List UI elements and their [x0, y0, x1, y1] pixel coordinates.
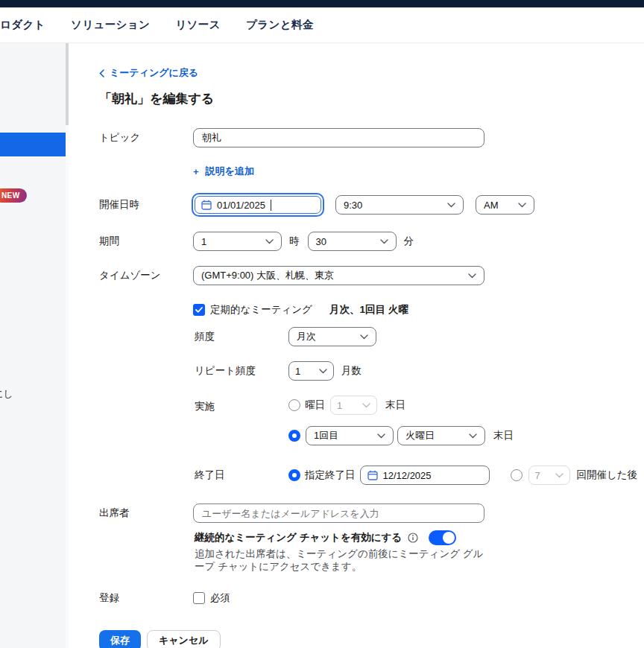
occurs-on-options: 曜日 1 末日 1回目 火曜日	[288, 395, 514, 446]
occurs-day-select[interactable]: 1	[330, 396, 377, 415]
recurrence-summary: 月次、1回目 火曜	[329, 303, 408, 317]
registration-option-label: 必須	[210, 591, 230, 605]
topic-label: トピック	[99, 131, 193, 144]
start-time-select[interactable]: 9:30	[335, 195, 464, 215]
timezone-row: タイムゾーン (GMT+9:00) 大阪、札幌、東京	[99, 265, 644, 286]
attendees-input[interactable]	[193, 504, 484, 523]
registration-checkbox[interactable]	[193, 592, 205, 604]
persistent-chat-row: 継続的なミーティング チャットを有効にする	[195, 530, 644, 545]
nav-item-resources[interactable]: リソース	[175, 18, 221, 32]
occurs-on-label: 実施	[195, 400, 288, 413]
end-date-row: 終了日 指定終了日 12/12/2025 7 回開催した後	[195, 465, 644, 486]
add-description-row: + 説明を追加	[99, 166, 644, 177]
chevron-down-icon	[360, 334, 368, 340]
frequency-value: 月次	[297, 330, 316, 343]
page-title: 「朝礼」を編集する	[99, 90, 644, 107]
actions-row: 保存 キャンセル	[99, 630, 644, 648]
ordinal-value: 1回目	[314, 429, 338, 442]
zoom-meeting-edit-page: ロダクト ソリューション リソース プランと料金 NEW にし ミーティングに戻…	[0, 0, 644, 648]
recurring-label: 定期的なミーティング	[210, 303, 312, 317]
persistent-chat-help: 追加された出席者は、ミーティングの前後にミーティング グループ チャットにアクセ…	[195, 548, 493, 574]
nav-item-plans-pricing[interactable]: プランと料金	[246, 18, 314, 32]
duration-row: 期間 1 時 30 分	[99, 231, 644, 252]
attendees-label: 出席者	[99, 506, 193, 520]
occurs-by-weekday-option: 1回目 火曜日 末日	[288, 425, 514, 446]
add-description-link[interactable]: + 説明を追加	[193, 165, 254, 178]
end-after-suffix: 回開催した後	[577, 468, 638, 482]
end-after-count-value: 7	[535, 470, 540, 481]
start-date-input[interactable]: 01/01/2025	[192, 193, 324, 217]
duration-hours-select[interactable]: 1	[193, 232, 282, 251]
weekday-select[interactable]: 火曜日	[397, 426, 485, 445]
ordinal-select[interactable]: 1回目	[306, 426, 394, 445]
frequency-select[interactable]: 月次	[288, 327, 376, 346]
main-content: ミーティングに戻る 「朝礼」を編集する トピック + 説明を追加 開催日時 01…	[69, 43, 644, 648]
hours-unit-label: 時	[289, 235, 300, 248]
recurring-row: 定期的なミーティング 月次、1回目 火曜	[193, 303, 644, 317]
persistent-chat-toggle[interactable]	[429, 530, 456, 545]
occurs-by-weekday-radio[interactable]	[288, 430, 300, 442]
chevron-down-icon	[447, 203, 455, 208]
timezone-label: タイムゾーン	[99, 269, 193, 282]
toggle-knob	[443, 532, 455, 544]
end-after-radio[interactable]	[511, 469, 523, 481]
top-dark-bar	[0, 0, 644, 7]
minutes-unit-label: 分	[404, 235, 414, 248]
main-navigation: ロダクト ソリューション リソース プランと料金	[0, 7, 644, 43]
occurs-by-date-prefix: 曜日	[305, 398, 325, 412]
occurs-by-date-option: 曜日 1 末日	[288, 395, 514, 416]
occurs-by-date-suffix: 末日	[385, 398, 405, 412]
repeat-interval-label: リピート頻度	[195, 364, 288, 378]
text-caret	[271, 200, 271, 211]
occurs-by-weekday-suffix: 末日	[493, 429, 514, 442]
schedule-row: 開催日時 01/01/2025 9:30 AM	[99, 192, 644, 217]
chevron-down-icon	[265, 239, 274, 244]
meridiem-value: AM	[484, 200, 499, 211]
end-by-date-radio[interactable]	[288, 469, 300, 481]
duration-hours-value: 1	[201, 236, 206, 247]
end-date-value: 12/12/2025	[383, 470, 432, 481]
repeat-interval-row: リピート頻度 1 月数	[195, 360, 644, 381]
chevron-down-icon	[469, 433, 477, 439]
nav-item-products[interactable]: ロダクト	[0, 18, 45, 32]
save-button[interactable]: 保存	[99, 630, 141, 648]
attendees-row: 出席者	[99, 503, 644, 524]
repeat-interval-value: 1	[295, 366, 300, 377]
persistent-chat-block: 継続的なミーティング チャットを有効にする 追加された出席者は、ミーティングの前…	[195, 530, 644, 574]
duration-minutes-value: 30	[316, 236, 326, 247]
occurs-by-date-radio[interactable]	[288, 399, 300, 411]
timezone-select[interactable]: (GMT+9:00) 大阪、札幌、東京	[193, 266, 484, 285]
nav-item-solutions[interactable]: ソリューション	[71, 18, 150, 32]
info-icon[interactable]	[408, 533, 418, 543]
sidebar-selected-item[interactable]	[0, 133, 66, 156]
repeat-interval-select[interactable]: 1	[288, 361, 334, 381]
topic-row: トピック	[99, 127, 644, 148]
chevron-down-icon	[555, 473, 564, 478]
back-to-meetings-link[interactable]: ミーティングに戻る	[99, 68, 644, 78]
calendar-icon	[201, 200, 212, 210]
end-date-input[interactable]: 12/12/2025	[360, 466, 490, 485]
sidebar-item-label[interactable]: にし	[0, 387, 13, 401]
back-link-label: ミーティングに戻る	[110, 66, 198, 80]
repeat-interval-unit: 月数	[341, 364, 362, 378]
registration-label: 登録	[99, 591, 193, 605]
topic-input[interactable]	[193, 128, 484, 147]
plus-icon: +	[193, 166, 199, 177]
occurs-day-value: 1	[337, 400, 342, 411]
schedule-label: 開催日時	[99, 198, 193, 212]
cancel-button[interactable]: キャンセル	[147, 630, 221, 648]
weekday-value: 火曜日	[405, 429, 435, 442]
persistent-chat-label: 継続的なミーティング チャットを有効にする	[195, 531, 402, 544]
recurring-checkbox[interactable]	[193, 304, 205, 316]
start-date-value: 01/01/2025	[217, 200, 265, 211]
chevron-down-icon	[380, 239, 388, 244]
occurs-on-row: 実施 曜日 1 末日 1回目	[195, 395, 644, 446]
chevron-down-icon	[377, 433, 385, 439]
duration-minutes-select[interactable]: 30	[308, 232, 397, 251]
end-after-count-select[interactable]: 7	[528, 466, 570, 485]
meridiem-select[interactable]: AM	[476, 195, 534, 215]
calendar-icon	[367, 470, 378, 480]
chevron-down-icon	[468, 273, 476, 279]
end-date-label: 終了日	[195, 468, 288, 482]
start-time-value: 9:30	[344, 200, 362, 211]
